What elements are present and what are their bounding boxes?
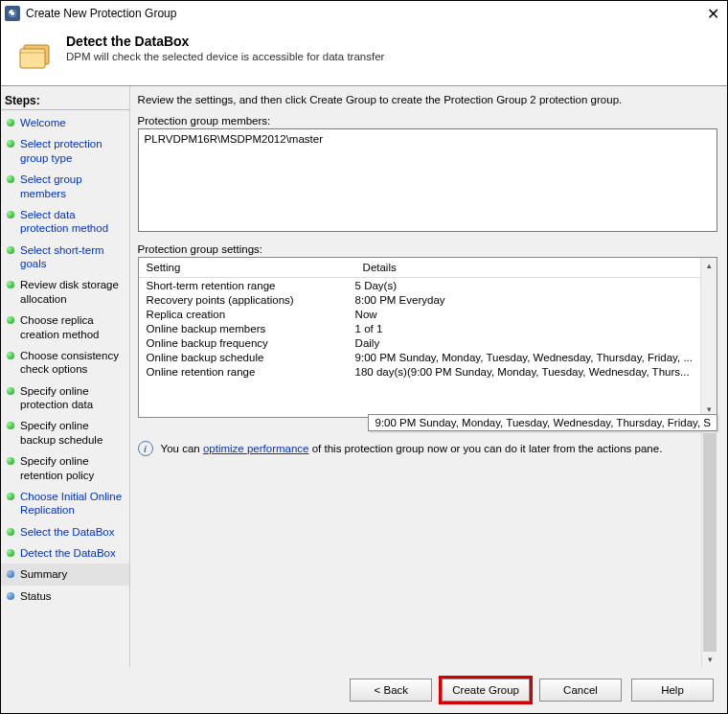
step-label: Welcome (20, 116, 66, 129)
step-done-icon (7, 246, 14, 254)
setting-details: Daily (355, 337, 693, 349)
step-pending-icon (7, 570, 14, 578)
footer-buttons: < Back Create Group Cancel Help (1, 667, 727, 713)
step-item: Status (1, 586, 129, 607)
settings-row[interactable]: Replica creationNow (139, 307, 700, 321)
step-item: Choose consistency check options (1, 345, 129, 380)
window-title: Create New Protection Group (26, 7, 176, 20)
step-label: Select short-term goals (20, 243, 125, 271)
step-item[interactable]: Welcome (1, 112, 129, 133)
settings-row[interactable]: Recovery points (applications)8:00 PM Ev… (139, 292, 700, 307)
header-title: Detect the DataBox (66, 34, 384, 49)
optimize-link[interactable]: optimize performance (203, 443, 309, 454)
optimize-prefix: You can (161, 443, 203, 454)
setting-details: 1 of 1 (355, 323, 693, 334)
step-label: Detect the DataBox (20, 546, 116, 560)
optimize-suffix: of this protection group now or you can … (309, 443, 663, 454)
step-item: Specify online backup schedule (1, 415, 129, 450)
header-subtitle: DPM will check the selected device is ac… (66, 51, 384, 62)
cancel-button[interactable]: Cancel (539, 679, 622, 702)
instruction-text: Review the settings, and then click Crea… (138, 94, 717, 105)
settings-row[interactable]: Online retention range180 day(s)(9:00 PM… (139, 364, 700, 379)
settings-row[interactable]: Short-term retention range5 Day(s) (139, 278, 700, 292)
col-details-header[interactable]: Details (355, 258, 700, 277)
back-button[interactable]: < Back (350, 679, 432, 702)
setting-details: 180 day(s)(9:00 PM Sunday, Monday, Tuesd… (355, 366, 693, 378)
step-label: Status (20, 589, 52, 603)
content-area: Steps: WelcomeSelect protection group ty… (1, 85, 727, 667)
step-item[interactable]: Select group members (1, 169, 129, 204)
steps-sidebar: Steps: WelcomeSelect protection group ty… (1, 86, 130, 667)
step-label: Select group members (20, 173, 125, 200)
settings-row[interactable]: Online backup members1 of 1 (139, 321, 700, 335)
step-label: Summary (20, 567, 67, 581)
col-setting-header[interactable]: Setting (139, 258, 355, 277)
step-done-icon (7, 119, 14, 127)
main-panel: Review the settings, and then click Crea… (130, 86, 727, 667)
settings-row[interactable]: Online backup schedule9:00 PM Sunday, Mo… (139, 350, 700, 364)
setting-details: 8:00 PM Everyday (355, 294, 693, 306)
step-done-icon (7, 528, 14, 536)
step-label: Select data protection method (20, 208, 125, 236)
settings-row[interactable]: Online backup frequencyDaily (139, 335, 700, 350)
step-item[interactable]: Select protection group type (1, 133, 129, 169)
step-label: Specify online retention policy (20, 454, 125, 482)
info-icon: i (138, 441, 153, 456)
setting-details: Now (355, 309, 693, 320)
step-done-icon (7, 457, 14, 465)
step-done-icon (7, 316, 14, 324)
setting-name: Short-term retention range (147, 280, 355, 291)
settings-header-row: Setting Details (139, 258, 700, 278)
step-done-icon (7, 281, 14, 288)
members-label: Protection group members: (138, 115, 717, 127)
step-label: Review disk storage allocation (20, 278, 125, 306)
members-value: PLRVDPM16R\MSDPM2012\master (145, 133, 323, 145)
step-label: Choose consistency check options (20, 349, 125, 377)
settings-scrollbar[interactable]: ▴ ▾ (700, 258, 717, 417)
setting-details: 5 Day(s) (355, 280, 693, 291)
steps-heading: Steps: (1, 90, 129, 110)
scroll-up-icon[interactable]: ▴ (701, 258, 717, 273)
step-pending-icon (7, 592, 14, 600)
app-icon (5, 6, 20, 21)
scroll-down-icon[interactable]: ▾ (702, 652, 717, 667)
step-item[interactable]: Select short-term goals (1, 240, 129, 275)
step-item: Review disk storage allocation (1, 274, 129, 310)
header-text: Detect the DataBox DPM will check the se… (66, 34, 384, 72)
setting-name: Online backup schedule (147, 352, 355, 363)
svg-rect-2 (20, 49, 45, 68)
step-item: Choose replica creation method (1, 310, 129, 345)
step-item: Specify online retention policy (1, 450, 129, 486)
step-label: Choose replica creation method (20, 313, 125, 341)
optimize-hint: i You can optimize performance of this p… (138, 439, 701, 458)
wizard-header: Detect the DataBox DPM will check the se… (1, 26, 727, 85)
step-done-icon (7, 493, 14, 500)
titlebar: Create New Protection Group ✕ (1, 1, 727, 26)
step-done-icon (7, 140, 14, 148)
step-item[interactable]: Select the DataBox (1, 521, 129, 542)
settings-label: Protection group settings: (138, 243, 717, 255)
create-group-button[interactable]: Create Group (442, 679, 530, 702)
scroll-thumb[interactable] (703, 433, 717, 652)
main-scrollbar[interactable]: ▴ ▾ (701, 418, 717, 667)
help-button[interactable]: Help (631, 679, 714, 702)
settings-table: Setting Details Short-term retention ran… (138, 257, 717, 418)
tooltip: 9:00 PM Sunday, Monday, Tuesday, Wednesd… (368, 414, 717, 431)
setting-name: Online backup members (147, 323, 355, 334)
step-item[interactable]: Select data protection method (1, 204, 129, 240)
folder-icon (18, 37, 57, 72)
close-icon[interactable]: ✕ (707, 5, 719, 23)
step-done-icon (7, 549, 14, 557)
step-item[interactable]: Detect the DataBox (1, 542, 129, 564)
members-box[interactable]: PLRVDPM16R\MSDPM2012\master (138, 128, 717, 232)
setting-name: Online retention range (147, 366, 355, 378)
step-item: Summary (1, 564, 129, 585)
step-done-icon (7, 387, 14, 395)
step-item[interactable]: Choose Initial Online Replication (1, 486, 129, 521)
setting-name: Online backup frequency (147, 337, 355, 349)
step-done-icon (7, 175, 14, 183)
step-label: Specify online protection data (20, 384, 125, 412)
step-done-icon (7, 352, 14, 359)
setting-name: Replica creation (147, 309, 355, 320)
setting-details: 9:00 PM Sunday, Monday, Tuesday, Wednesd… (355, 352, 693, 363)
